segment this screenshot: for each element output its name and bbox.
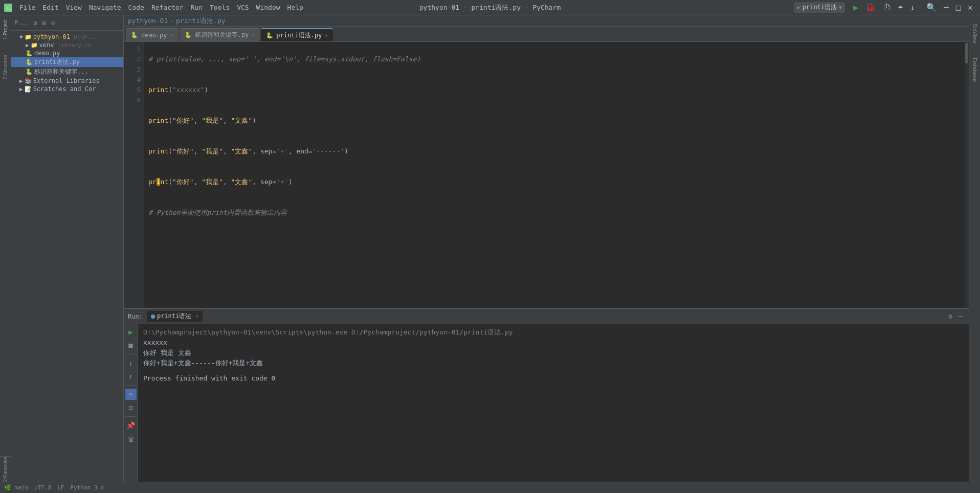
run-stop-btn[interactable]: ■	[125, 340, 137, 351]
tree-scratches-label: Scratches and Cor	[33, 85, 96, 93]
menu-bar: File Edit View Navigate Code Refactor Ru…	[16, 3, 306, 12]
tab-demo-py[interactable]: 🐍 demo.py ×	[126, 28, 179, 41]
tree-venv-extra: library.ro	[58, 42, 92, 49]
run-tab-dot	[151, 315, 155, 319]
tab-identifier-py[interactable]: 🐍 标识符和关键字.py ×	[180, 28, 260, 41]
run-hide-btn[interactable]: ─	[956, 311, 965, 321]
tree-identifier-py[interactable]: 🐍 标识符和关键字...	[11, 67, 123, 77]
project-settings-icon[interactable]: ⚙	[50, 18, 56, 28]
ext-libs-icon: 📚	[25, 78, 32, 84]
editor-with-scrollbar: 1 2 3 4 5 6 # print(value, ..., sep=' ',…	[124, 42, 969, 308]
menu-code[interactable]: Code	[125, 3, 147, 12]
menu-refactor[interactable]: Refactor	[148, 3, 187, 12]
run-wrap-btn[interactable]: ≡	[125, 389, 137, 400]
tree-scratches[interactable]: ▶ 📝 Scratches and Cor	[11, 85, 123, 93]
tree-root-label: pythyon-01	[33, 33, 70, 40]
project-layout-icon[interactable]: ⊞	[41, 18, 48, 28]
sciview-panel-label[interactable]: SciView	[972, 24, 978, 43]
run-config-dropdown[interactable]: ▼	[839, 5, 842, 10]
run-settings-btn[interactable]: ⚙	[946, 311, 954, 321]
menu-edit[interactable]: Edit	[39, 3, 61, 12]
tree-printi-py[interactable]: 🐍 printi语法.py	[11, 57, 123, 67]
titlebar-right: ▶ printi语法 ▼ ▶ 🐞 ⏱ ☂ ↓ 🔍 ─ □ ✕	[794, 2, 976, 13]
tab-printi-py[interactable]: 🐍 printi语法.py ×	[261, 28, 333, 41]
project-gear-icon[interactable]: ⚙	[32, 18, 39, 28]
run-config[interactable]: ▶ printi语法 ▼	[794, 2, 845, 13]
run-scroll-end-btn[interactable]: ↓	[125, 357, 137, 369]
run-panel-body: ▶ ■ ↓ ↑ ≡ ⊟ 📌 🗑 D:\Pychamproje	[124, 324, 969, 482]
menu-vcs[interactable]: VCS	[234, 3, 252, 12]
search-btn[interactable]: 🔍	[923, 4, 940, 12]
tab-printi-py-close[interactable]: ×	[325, 33, 328, 38]
favorites-panel: 2:Favorites	[0, 456, 11, 482]
close-btn[interactable]: ✕	[965, 4, 976, 12]
tab-printi-py-label: printi语法.py	[276, 31, 322, 40]
favorites-label[interactable]: 2:Favorites	[3, 457, 8, 482]
line-num-2: 2	[124, 54, 141, 64]
breadcrumb-root[interactable]: pythyon-01	[128, 17, 168, 25]
code-content[interactable]: # print(value, ..., sep=' ', end='\n', f…	[144, 42, 965, 308]
run-btn[interactable]: ▶	[850, 4, 861, 12]
vcs-update-btn[interactable]: ↓	[907, 4, 918, 12]
run-side-toolbar: ▶ ■ ↓ ↑ ≡ ⊟ 📌 🗑	[124, 324, 138, 482]
sidebar-structure-label[interactable]: 7:Structure	[3, 53, 8, 82]
breadcrumb-file[interactable]: printi语法.py	[176, 16, 225, 26]
minimize-btn[interactable]: ─	[941, 4, 952, 12]
menu-help[interactable]: Help	[284, 3, 306, 12]
profile-btn[interactable]: ⏱	[880, 4, 894, 12]
tree-ext-libs[interactable]: ▶ 📚 External Libraries	[11, 77, 123, 85]
run-pin-btn[interactable]: 📌	[125, 420, 137, 431]
status-encoding[interactable]: UTF-8	[34, 484, 51, 491]
maximize-btn[interactable]: □	[953, 4, 964, 12]
run-tab-printi[interactable]: printi语法 ×	[147, 311, 203, 322]
menu-window[interactable]: Window	[253, 3, 283, 12]
right-side-panels: SciView Database	[969, 15, 980, 482]
tree-printi-py-label: printi语法.py	[34, 58, 80, 66]
tab-identifier-py-close[interactable]: ×	[252, 32, 255, 38]
project-panel: P... ⚙ ⊞ ⚙ ▼ 📁 pythyon-01 D:\P... ▶ 📁 ve…	[11, 15, 124, 482]
left-sidebar: 1:Project 7:Structure	[0, 15, 11, 482]
menu-navigate[interactable]: Navigate	[86, 3, 124, 12]
sidebar-project-label[interactable]: 1:Project	[3, 17, 8, 41]
run-out-exit: Process finished with exit code 0	[143, 373, 964, 384]
project-panel-title: P...	[14, 19, 28, 26]
run-play-btn[interactable]: ▶	[125, 326, 137, 338]
coverage-btn[interactable]: ☂	[895, 4, 906, 12]
tree-root[interactable]: ▼ 📁 pythyon-01 D:\P...	[11, 33, 123, 41]
line-num-4: 4	[124, 75, 141, 85]
printi-py-icon: 🐍	[26, 59, 33, 65]
code-line-5: print("你好", "我是", "文鑫", sep='+')	[148, 167, 961, 197]
line-num-1: 1	[124, 44, 141, 54]
run-scroll-up-btn[interactable]: ↑	[125, 371, 137, 382]
run-filter-btn[interactable]: ⊟	[125, 402, 137, 413]
menu-run[interactable]: Run	[188, 3, 206, 12]
status-git[interactable]: 🌿 main	[4, 484, 28, 491]
statusbar: 🌿 main UTF-8 LF Python 3.x	[0, 482, 980, 493]
status-line-sep[interactable]: LF	[57, 484, 64, 491]
debug-btn[interactable]: 🐞	[862, 4, 879, 12]
run-config-icon: ▶	[797, 4, 800, 11]
line-num-5: 5	[124, 85, 141, 95]
status-python[interactable]: Python 3.x	[71, 484, 104, 491]
tree-demo-py[interactable]: 🐍 demo.py	[11, 49, 123, 57]
scrollbar-thumb[interactable]	[965, 43, 968, 63]
run-tab-label: printi语法	[157, 312, 191, 321]
venv-folder-icon: 📁	[31, 42, 38, 49]
menu-file[interactable]: File	[16, 3, 38, 12]
project-toolbar: P... ⚙ ⊞ ⚙	[11, 15, 123, 31]
titlebar-left: 🐍 File Edit View Navigate Code Refactor …	[4, 3, 306, 12]
code-line-2: print("xxxxxx")	[148, 75, 961, 105]
tab-demo-py-close[interactable]: ×	[170, 32, 173, 38]
tree-venv[interactable]: ▶ 📁 venv library.ro	[11, 41, 123, 49]
run-panel-header: Run: printi语法 × ⚙ ─	[124, 309, 969, 324]
run-trash-btn[interactable]: 🗑	[125, 433, 137, 444]
database-panel-label[interactable]: Database	[972, 58, 978, 82]
scratches-arrow-icon: ▶	[19, 86, 23, 93]
menu-tools[interactable]: Tools	[207, 3, 233, 12]
tree-ext-libs-label: External Libraries	[33, 77, 100, 84]
editor-scrollbar[interactable]	[965, 42, 969, 308]
editor-column: pythyon-01 › printi语法.py 🐍 demo.py × 🐍 标…	[124, 15, 969, 482]
run-tab-close[interactable]: ×	[195, 313, 198, 319]
menu-view[interactable]: View	[63, 3, 85, 12]
run-out-3: 你好+我是+文鑫------你好+我是+文鑫	[143, 358, 964, 368]
